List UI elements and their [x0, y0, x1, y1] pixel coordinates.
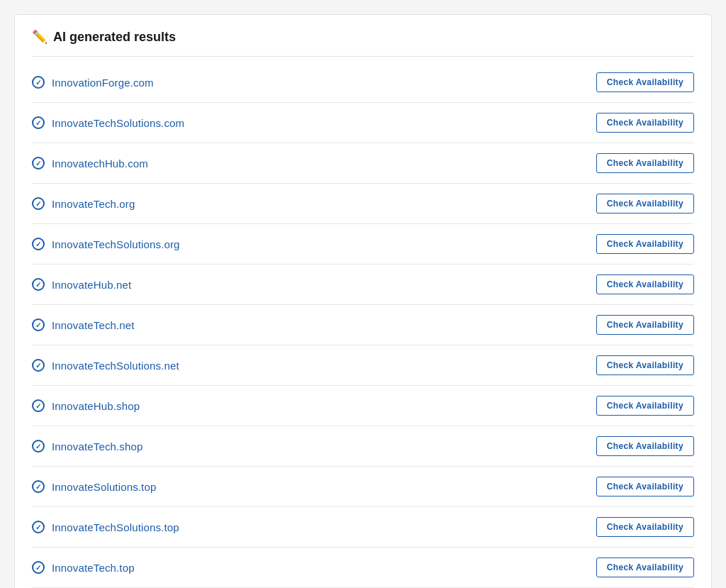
domains-list: ✓InnovationForge.comCheck Availability✓I… — [32, 62, 694, 588]
domain-row: ✓InnovateTech.topCheck Availability — [32, 548, 694, 588]
domain-name: InnovateHub.net — [52, 279, 131, 291]
domain-name: InnovateTechSolutions.com — [52, 117, 184, 129]
domain-left: ✓InnovationForge.com — [32, 76, 154, 89]
domain-left: ✓InnovateTechSolutions.top — [32, 521, 179, 533]
check-availability-button[interactable]: Check Availability — [596, 436, 694, 456]
verified-icon: ✓ — [32, 278, 45, 291]
domain-name: InnovateTech.shop — [52, 440, 143, 453]
domain-left: ✓InnovateHub.net — [32, 278, 131, 291]
domain-name: InnovateTechSolutions.org — [52, 238, 180, 250]
domain-name: InnovateTech.net — [52, 319, 135, 331]
domain-row: ✓InnovateHub.shopCheck Availability — [32, 386, 694, 426]
domain-left: ✓InnovateHub.shop — [32, 399, 140, 412]
domain-left: ✓InnovateTechSolutions.net — [32, 359, 179, 372]
verified-icon: ✓ — [32, 197, 45, 210]
ai-icon: ✏️ — [32, 29, 48, 45]
domain-name: InnovationForge.com — [52, 77, 154, 89]
check-availability-button[interactable]: Check Availability — [596, 315, 694, 335]
verified-icon: ✓ — [32, 480, 45, 493]
domain-row: ✓InnovateTech.orgCheck Availability — [32, 184, 694, 224]
check-availability-button[interactable]: Check Availability — [596, 153, 694, 173]
check-availability-button[interactable]: Check Availability — [596, 234, 694, 254]
check-availability-button[interactable]: Check Availability — [596, 72, 694, 92]
domain-name: InnovateTech.top — [52, 562, 135, 574]
domain-row: ✓InnovateTech.shopCheck Availability — [32, 426, 694, 467]
verified-icon: ✓ — [32, 238, 45, 250]
domain-row: ✓InnovateTechSolutions.topCheck Availabi… — [32, 507, 694, 548]
domain-row: ✓InnovateTechSolutions.netCheck Availabi… — [32, 345, 694, 386]
check-availability-button[interactable]: Check Availability — [596, 194, 694, 213]
check-availability-button[interactable]: Check Availability — [596, 396, 694, 416]
verified-icon: ✓ — [32, 521, 45, 533]
domain-left: ✓InnovateTechSolutions.org — [32, 238, 180, 250]
check-availability-button[interactable]: Check Availability — [596, 113, 694, 133]
domain-row: ✓InnovateTech.netCheck Availability — [32, 305, 694, 345]
domain-name: InnovateSolutions.top — [52, 481, 156, 493]
domain-row: ✓InnovateHub.netCheck Availability — [32, 265, 694, 305]
domain-name: InnovateTechSolutions.top — [52, 521, 179, 533]
verified-icon: ✓ — [32, 399, 45, 412]
domain-row: ✓InnovateTechSolutions.orgCheck Availabi… — [32, 224, 694, 265]
section-header: ✏️ AI generated results — [32, 29, 694, 57]
verified-icon: ✓ — [32, 561, 45, 574]
domain-row: ✓InnovateTechSolutions.comCheck Availabi… — [32, 103, 694, 143]
verified-icon: ✓ — [32, 359, 45, 372]
check-availability-button[interactable]: Check Availability — [596, 355, 694, 375]
domain-name: InnovateHub.shop — [52, 400, 140, 412]
domain-left: ✓InnovateTech.org — [32, 197, 135, 210]
results-container: ✏️ AI generated results ✓InnovationForge… — [14, 14, 712, 588]
domain-name: InnovatechHub.com — [52, 157, 148, 170]
domain-row: ✓InnovationForge.comCheck Availability — [32, 62, 694, 103]
verified-icon: ✓ — [32, 157, 45, 170]
check-availability-button[interactable]: Check Availability — [596, 558, 694, 577]
domain-left: ✓InnovateSolutions.top — [32, 480, 156, 493]
domain-left: ✓InnovateTechSolutions.com — [32, 116, 184, 129]
check-availability-button[interactable]: Check Availability — [596, 274, 694, 294]
verified-icon: ✓ — [32, 440, 45, 453]
domain-left: ✓InnovateTech.top — [32, 561, 135, 574]
domain-left: ✓InnovateTech.shop — [32, 440, 143, 453]
check-availability-button[interactable]: Check Availability — [596, 517, 694, 537]
section-title: AI generated results — [53, 30, 176, 45]
check-availability-button[interactable]: Check Availability — [596, 477, 694, 497]
verified-icon: ✓ — [32, 116, 45, 129]
domain-left: ✓InnovateTech.net — [32, 318, 135, 331]
domain-row: ✓InnovateSolutions.topCheck Availability — [32, 467, 694, 507]
verified-icon: ✓ — [32, 76, 45, 89]
domain-left: ✓InnovatechHub.com — [32, 157, 148, 170]
domain-name: InnovateTech.org — [52, 198, 135, 210]
domain-row: ✓InnovatechHub.comCheck Availability — [32, 143, 694, 184]
domain-name: InnovateTechSolutions.net — [52, 360, 179, 372]
verified-icon: ✓ — [32, 318, 45, 331]
